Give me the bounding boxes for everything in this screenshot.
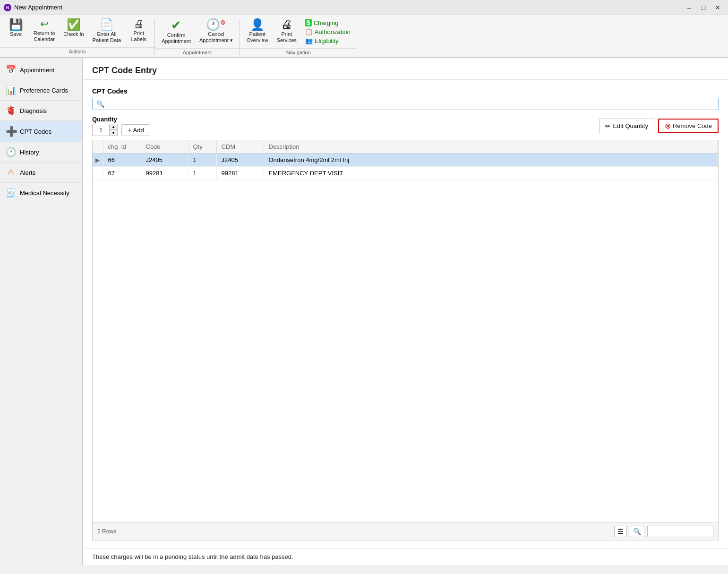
close-button[interactable]: ✕ xyxy=(711,1,724,14)
action-buttons: ✏ Edit Quantity ⊗ Remove Code xyxy=(599,119,719,133)
navigation-label: Navigation xyxy=(240,48,357,57)
cell-qty-1: 1 xyxy=(188,154,216,167)
edit-qty-label: Edit Quantity xyxy=(613,122,648,129)
patient-overview-label: PatientOverview xyxy=(247,31,268,43)
main-layout: 📅 Appointment 📊 Preference Cards 🫀 Diagn… xyxy=(0,58,728,565)
confirm-appointment-button[interactable]: ✔ ConfirmAppointment xyxy=(158,17,195,46)
status-icons: ☰ 🔍 xyxy=(614,526,713,537)
cancel-appointment-button[interactable]: 🕐⊗ CancelAppointment ▾ xyxy=(196,17,237,46)
sidebar-history-label: History xyxy=(20,149,39,156)
save-icon: 💾 xyxy=(9,19,23,30)
search-status-button[interactable]: 🔍 xyxy=(630,526,644,537)
grid-view-button[interactable]: ☰ xyxy=(614,526,627,537)
cancel-label: CancelAppointment ▾ xyxy=(199,31,233,43)
quantity-input[interactable] xyxy=(93,127,109,134)
edit-quantity-button[interactable]: ✏ Edit Quantity xyxy=(599,119,654,133)
page-title: CPT Code Entry xyxy=(92,66,719,76)
toolbar-main: 💾 Save ↩ Return toCalendar ✅ Check In 📄 … xyxy=(0,15,728,57)
col-desc-header: Description xyxy=(264,140,718,154)
sidebar-item-history[interactable]: 🕐 History xyxy=(0,142,82,163)
sidebar-item-cpt-codes[interactable]: ➕ CPT Codes xyxy=(0,121,82,142)
save-button[interactable]: 💾 Save xyxy=(3,17,29,45)
authorization-link[interactable]: 📋 Authorization xyxy=(305,28,351,35)
sidebar-item-medical-necessity[interactable]: 🧾 Medical Necessity xyxy=(0,183,82,203)
medical-necessity-icon: 🧾 xyxy=(6,188,16,198)
cell-qty-2: 1 xyxy=(188,167,216,180)
remove-code-button[interactable]: ⊗ Remove Code xyxy=(658,119,719,133)
col-code-header: Code xyxy=(141,140,188,154)
sidebar-medical-label: Medical Necessity xyxy=(20,189,69,197)
title-bar-left: N New Appointment xyxy=(4,4,62,11)
table-row[interactable]: ▶ 66 J2405 1 J2405 Ondansetron 4mg/2ml 2… xyxy=(93,154,718,167)
remove-icon: ⊗ xyxy=(665,121,671,130)
return-to-calendar-button[interactable]: ↩ Return toCalendar xyxy=(30,17,59,45)
quantity-up-arrow[interactable]: ▲ xyxy=(110,124,117,130)
cpt-codes-icon: ➕ xyxy=(6,126,16,137)
appointment-section: ✔ ConfirmAppointment 🕐⊗ CancelAppointmen… xyxy=(155,17,240,57)
status-search-input[interactable] xyxy=(647,526,713,537)
table-row[interactable]: 67 99281 1 99281 EMERGENCY DEPT VISIT xyxy=(93,167,718,180)
print-labels-icon: 🖨 xyxy=(134,19,144,29)
preference-cards-icon: 📊 xyxy=(6,85,16,95)
authorization-label: Authorization xyxy=(315,28,351,35)
sidebar-item-preference-cards[interactable]: 📊 Preference Cards xyxy=(0,80,82,101)
add-label: Add xyxy=(133,127,144,134)
enter-data-label: Enter AllPatient Data xyxy=(93,31,121,43)
quantity-toolbar-row: Quantity ▲ ▼ + Add xyxy=(92,116,719,136)
quantity-section: Quantity ▲ ▼ + Add xyxy=(92,116,150,136)
col-expand-header xyxy=(93,140,103,154)
cell-chgid-2: 67 xyxy=(103,167,141,180)
charging-icon: $ xyxy=(305,19,312,26)
table-header: chg_id Code Qty CDM Description xyxy=(93,140,718,154)
return-icon: ↩ xyxy=(40,19,49,29)
return-label: Return toCalendar xyxy=(34,30,55,43)
col-qty-header: Qty xyxy=(188,140,216,154)
minimize-button[interactable]: – xyxy=(683,1,696,14)
sidebar-cpt-label: CPT Codes xyxy=(20,128,51,135)
cpt-search-input[interactable] xyxy=(107,101,714,108)
diagnosis-icon: 🫀 xyxy=(6,105,16,116)
cpt-codes-label: CPT Codes xyxy=(92,87,719,95)
patient-overview-button[interactable]: 👤 PatientOverview xyxy=(243,17,272,45)
cell-desc-1: Ondansetron 4mg/2ml 2ml Inj xyxy=(264,154,718,167)
cpt-table: chg_id Code Qty CDM Description ▶ 66 J24… xyxy=(93,140,718,180)
enter-all-patient-data-button[interactable]: 📄 Enter AllPatient Data xyxy=(89,17,125,45)
cell-code-2: 99281 xyxy=(141,167,188,180)
sidebar-item-diagnosis[interactable]: 🫀 Diagnosis xyxy=(0,101,82,121)
sidebar: 📅 Appointment 📊 Preference Cards 🫀 Diagn… xyxy=(0,58,83,565)
charging-link[interactable]: $ Charging xyxy=(305,19,351,26)
sidebar-preference-label: Preference Cards xyxy=(20,87,68,94)
quantity-controls: ▲ ▼ + Add xyxy=(92,124,150,136)
alerts-icon: ⚠ xyxy=(6,167,16,178)
cancel-icon: 🕐⊗ xyxy=(206,19,226,30)
navigation-items: 👤 PatientOverview 🖨 PrintServices $ Char… xyxy=(240,17,357,46)
quantity-spinner: ▲ ▼ xyxy=(92,124,118,136)
add-button[interactable]: + Add xyxy=(121,124,150,136)
toolbar: 💾 Save ↩ Return toCalendar ✅ Check In 📄 … xyxy=(0,15,728,58)
cell-cdm-1: J2405 xyxy=(216,154,264,167)
footer-note: These charges will be in a pending statu… xyxy=(83,548,728,565)
quantity-down-arrow[interactable]: ▼ xyxy=(110,130,117,136)
content-area: CPT Code Entry CPT Codes 🔍 Quantity ▲ xyxy=(83,58,728,565)
row-expander-1[interactable]: ▶ xyxy=(95,157,100,163)
save-label: Save xyxy=(10,31,22,37)
table-container: chg_id Code Qty CDM Description ▶ 66 J24… xyxy=(92,140,719,540)
eligibility-link[interactable]: 👥 Eligibility xyxy=(305,37,351,44)
col-cdm-header: CDM xyxy=(216,140,264,154)
patient-overview-icon: 👤 xyxy=(250,19,265,30)
actions-section: 💾 Save ↩ Return toCalendar ✅ Check In 📄 … xyxy=(0,17,154,57)
check-in-button[interactable]: ✅ Check In xyxy=(60,17,87,45)
cpt-search-box[interactable]: 🔍 xyxy=(92,98,719,110)
footer-note-text: These charges will be in a pending statu… xyxy=(92,553,293,560)
quantity-label: Quantity xyxy=(92,116,150,123)
window-title: New Appointment xyxy=(14,4,62,11)
sidebar-item-appointment[interactable]: 📅 Appointment xyxy=(0,60,82,80)
print-services-button[interactable]: 🖨 PrintServices xyxy=(273,17,300,45)
table-empty-space xyxy=(93,180,718,523)
print-labels-button[interactable]: 🖨 PrintLabels xyxy=(126,17,152,45)
status-bar: 2 Rows ☰ 🔍 xyxy=(93,523,718,540)
sidebar-appointment-label: Appointment xyxy=(20,67,54,74)
content-body: CPT Codes 🔍 Quantity ▲ ▼ xyxy=(83,80,728,548)
sidebar-item-alerts[interactable]: ⚠ Alerts xyxy=(0,163,82,183)
maximize-button[interactable]: □ xyxy=(697,1,710,14)
